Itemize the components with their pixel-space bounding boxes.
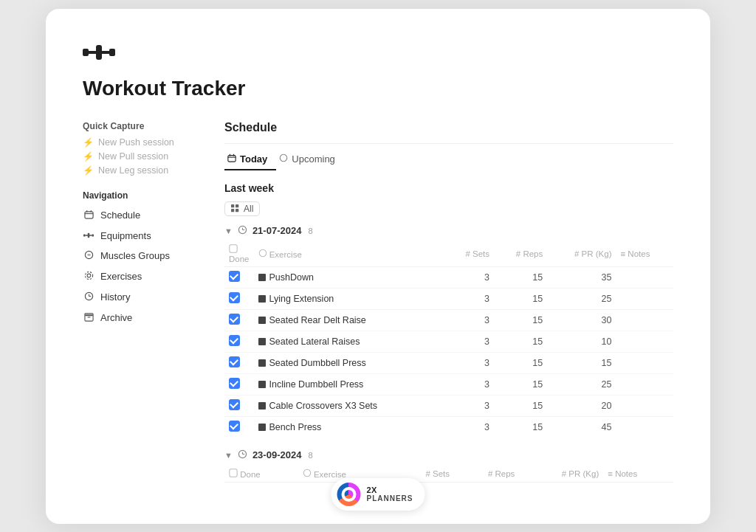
table-row: Seated Rear Delt Raise 3 15 30	[224, 309, 673, 331]
sets-cell: 3	[444, 288, 494, 309]
sidebar-item-muscles-groups[interactable]: Muscles Groups	[83, 249, 201, 263]
archive-icon	[83, 312, 94, 324]
checkbox-checked[interactable]	[229, 356, 240, 367]
calendar-icon	[83, 210, 94, 221]
sidebar-item-exercises[interactable]: Exercises	[83, 269, 201, 284]
exercise-name-label: Cable Crossovers X3 Sets	[269, 401, 378, 411]
sidebar-item-schedule[interactable]: Schedule	[83, 208, 201, 223]
done-cell[interactable]	[224, 331, 254, 352]
svg-rect-11	[88, 232, 90, 237]
svg-point-13	[87, 274, 91, 277]
exercise-icon	[258, 295, 266, 303]
svg-point-34	[259, 249, 266, 256]
tab-today[interactable]: Today	[224, 150, 276, 170]
checkbox-checked[interactable]	[229, 271, 240, 282]
done-cell[interactable]	[224, 416, 254, 438]
count-badge-2: 8	[308, 451, 312, 460]
sets-cell: 3	[444, 395, 494, 416]
svg-rect-38	[230, 469, 237, 476]
schedule-title: Schedule	[224, 121, 673, 134]
exercise-cell: Cable Crossovers X3 Sets	[254, 395, 445, 416]
exercise-name-label: Seated Rear Delt Raise	[269, 315, 366, 325]
done-cell[interactable]	[224, 288, 254, 309]
sidebar-item-archive[interactable]: Archive	[83, 311, 201, 325]
sidebar-label-exercises: Exercises	[100, 271, 142, 282]
count-badge-1: 8	[308, 227, 312, 235]
sets-cell: 3	[444, 309, 494, 331]
checkbox-checked[interactable]	[229, 292, 240, 303]
svg-rect-8	[83, 234, 86, 236]
reps-cell: 15	[494, 352, 547, 373]
pr-cell: 30	[547, 309, 616, 331]
filter-all-button[interactable]: All	[224, 201, 260, 216]
sidebar-label-muscles-groups: Muscles Groups	[100, 250, 170, 261]
navigation-title: Navigation	[83, 190, 201, 201]
date-header-1[interactable]: ▼ 21-07-2024 8	[224, 225, 673, 237]
reps-cell: 15	[494, 309, 547, 331]
col-pr-2: # PR (Kg)	[519, 466, 603, 483]
done-cell[interactable]	[224, 309, 254, 331]
col-sets: # Sets	[444, 241, 494, 267]
exercise-cell: Seated Rear Delt Raise	[254, 309, 445, 331]
date-header-2[interactable]: ▼ 23-09-2024 8	[224, 449, 673, 461]
sets-cell: 3	[444, 373, 494, 395]
date-group-2: ▼ 23-09-2024 8 Done	[224, 449, 673, 483]
checkbox-checked[interactable]	[229, 421, 240, 432]
lightning-icon: ⚡	[83, 165, 94, 176]
col-notes-2: ≡ Notes	[603, 466, 673, 483]
sidebar-label-archive: Archive	[100, 312, 132, 323]
quick-capture-list: ⚡ New Push session ⚡ New Pull session ⚡ …	[83, 137, 201, 176]
chevron-down-icon-2: ▼	[224, 451, 233, 460]
sets-cell: 3	[444, 416, 494, 438]
exercise-cell: Bench Press	[254, 416, 445, 438]
done-cell[interactable]	[224, 266, 254, 288]
table-row: PushDown 3 15 35	[224, 266, 673, 288]
svg-rect-0	[83, 49, 89, 56]
sidebar-label-schedule: Schedule	[100, 210, 140, 221]
checkbox-checked[interactable]	[229, 399, 240, 410]
col-notes: ≡ Notes	[616, 241, 673, 267]
pr-cell: 15	[547, 352, 616, 373]
sets-cell: 3	[444, 266, 494, 288]
checkbox-checked[interactable]	[229, 314, 240, 325]
exercise-name-label: Incline Dumbbell Press	[269, 379, 364, 390]
reps-cell: 15	[494, 395, 547, 416]
tab-upcoming[interactable]: Upcoming	[276, 150, 344, 170]
exercise-icon	[258, 338, 266, 345]
exercise-cell: Lying Extension	[254, 288, 445, 309]
exercise-icon	[258, 274, 266, 281]
col-done: Done	[224, 241, 254, 267]
table-row: Cable Crossovers X3 Sets 3 15 20	[224, 395, 673, 416]
pr-cell: 20	[547, 395, 616, 416]
done-cell[interactable]	[224, 395, 254, 416]
exercise-cell: Incline Dumbbell Press	[254, 373, 445, 395]
exercise-name-label: PushDown	[269, 272, 314, 283]
svg-rect-1	[109, 49, 115, 56]
navigation: Navigation Schedule Equipments	[83, 190, 201, 325]
sidebar-item-equipments[interactable]: Equipments	[83, 229, 201, 243]
col-done-2: Done	[224, 466, 298, 483]
sidebar-item-history[interactable]: History	[83, 290, 201, 305]
svg-rect-26	[231, 204, 234, 207]
checkbox-checked[interactable]	[229, 378, 240, 389]
notes-cell	[616, 266, 673, 288]
notes-cell	[616, 395, 673, 416]
quick-capture-pull[interactable]: ⚡ New Pull session	[83, 151, 201, 162]
sidebar: Quick Capture ⚡ New Push session ⚡ New P…	[83, 121, 201, 494]
workout-table-2: Done Exercise # Sets # Reps # PR (Kg) ≡ …	[224, 466, 673, 483]
chevron-down-icon: ▼	[224, 227, 233, 235]
notes-cell	[616, 288, 673, 309]
reps-cell: 15	[494, 266, 547, 288]
svg-point-14	[85, 272, 92, 279]
svg-rect-9	[92, 234, 94, 236]
circle-tab-icon	[279, 153, 288, 165]
gear-icon	[83, 271, 94, 283]
reps-cell: 15	[494, 416, 547, 438]
done-cell[interactable]	[224, 352, 254, 373]
done-cell[interactable]	[224, 373, 254, 395]
quick-capture-push[interactable]: ⚡ New Push session	[83, 137, 201, 148]
quick-capture-leg[interactable]: ⚡ New Leg session	[83, 165, 201, 176]
exercise-icon	[258, 359, 266, 367]
exercise-icon	[258, 402, 266, 410]
checkbox-checked[interactable]	[229, 335, 240, 346]
